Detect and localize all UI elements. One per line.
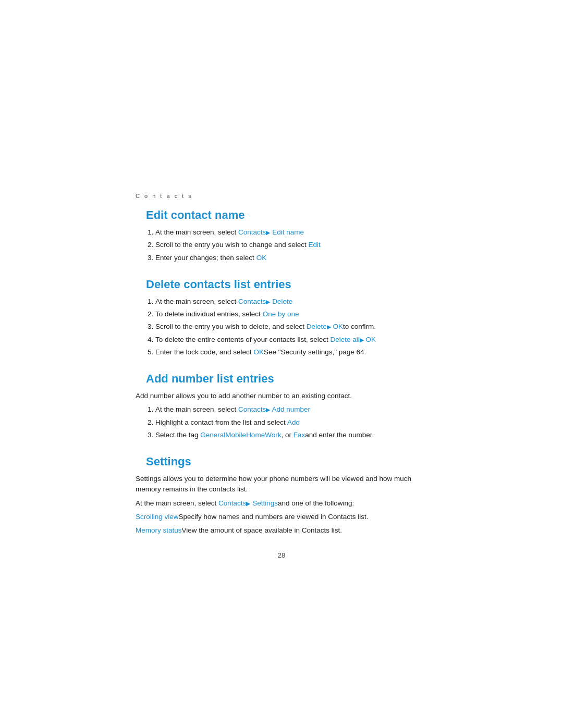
arrow-icon: ▶ (360, 337, 364, 343)
link-edit-name[interactable]: Edit name (272, 228, 304, 236)
arrow-icon: ▶ (327, 324, 331, 330)
section-label: C o n t a c t s (136, 193, 427, 199)
text-static: Enter your changes; then select (155, 254, 256, 262)
section-edit-contact-name: Edit contact name At the main screen, se… (136, 208, 427, 263)
link-settings[interactable]: Settings (252, 499, 278, 507)
section-delete-contacts: Delete contacts list entries At the main… (136, 278, 427, 357)
text-static: to confirm. (343, 323, 376, 330)
text-static: and enter the number. (305, 431, 374, 439)
title-delete-contacts: Delete contacts list entries (146, 278, 427, 291)
text-static: Scroll to the entry you wish to delete, … (155, 323, 307, 330)
content-area: C o n t a c t s Edit contact name At the… (136, 193, 427, 559)
add-number-intro: Add number allows you to add another num… (136, 391, 427, 401)
link-work[interactable]: Work (265, 431, 281, 439)
text-static: and one of the following: (278, 499, 354, 507)
page-number: 28 (136, 551, 427, 559)
list-add-number: At the main screen, select Contacts▶ Add… (155, 404, 427, 440)
memory-status-line: Memory statusView the amount of space av… (136, 525, 427, 536)
text-static: Highlight a contact from the list and se… (155, 418, 287, 426)
link-add[interactable]: Add (287, 418, 300, 426)
text-static: At the main screen, select (155, 298, 238, 305)
text-static: View the amount of space available in Co… (182, 526, 342, 534)
link-general[interactable]: General (200, 431, 225, 439)
list-item: To delete the entire contents of your co… (155, 335, 427, 345)
link-one-by-one[interactable]: One by one (263, 310, 299, 318)
list-item: At the main screen, select Contacts▶ Edi… (155, 227, 427, 238)
arrow-icon: ▶ (266, 299, 270, 305)
list-item: At the main screen, select Contacts▶ Del… (155, 297, 427, 307)
link-memory-status[interactable]: Memory status (136, 526, 182, 534)
scrolling-view-line: Scrolling viewSpecify how names and numb… (136, 512, 427, 522)
link-contacts[interactable]: Contacts (238, 298, 266, 305)
text-static: Select the tag (155, 431, 200, 439)
section-settings: Settings Settings allows you to determin… (136, 455, 427, 536)
link-delete-all[interactable]: Delete all (330, 336, 359, 343)
list-item: Enter your changes; then select OK (155, 253, 427, 263)
link-delete[interactable]: Delete (272, 298, 292, 305)
link-home[interactable]: Home (246, 431, 265, 439)
list-item: To delete individual entries, select One… (155, 309, 427, 319)
section-add-number: Add number list entries Add number allow… (136, 372, 427, 440)
arrow-icon: ▶ (266, 406, 270, 413)
text-static: , or (281, 431, 293, 439)
text-static: At the main screen, select (136, 499, 218, 507)
link-mobile[interactable]: Mobile (225, 431, 246, 439)
link-add-number[interactable]: Add number (272, 405, 310, 413)
list-item: Scroll to the entry you wish to change a… (155, 240, 427, 250)
text-static: Specify how names and numbers are viewed… (179, 513, 369, 521)
list-item: Highlight a contact from the list and se… (155, 417, 427, 428)
link-fax[interactable]: Fax (293, 431, 305, 439)
link-ok[interactable]: OK (256, 254, 267, 262)
title-edit-contact-name: Edit contact name (146, 208, 427, 222)
text-static: See "Security settings," page 64. (264, 348, 366, 356)
link-contacts[interactable]: Contacts (238, 228, 266, 236)
list-item: Enter the lock code, and select OKSee "S… (155, 347, 427, 357)
list-delete-contacts: At the main screen, select Contacts▶ Del… (155, 297, 427, 357)
link-delete2[interactable]: Delete (307, 323, 327, 330)
link-contacts-settings[interactable]: Contacts (218, 499, 246, 507)
list-item: At the main screen, select Contacts▶ Add… (155, 404, 427, 415)
text-static: At the main screen, select (155, 405, 238, 413)
page-container: C o n t a c t s Edit contact name At the… (0, 0, 563, 728)
text-static: Enter the lock code, and select (155, 348, 253, 356)
arrow-icon: ▶ (266, 229, 270, 236)
list-item: Scroll to the entry you wish to delete, … (155, 322, 427, 332)
settings-intro2: At the main screen, select Contacts▶ Set… (136, 498, 427, 509)
title-add-number: Add number list entries (146, 372, 427, 386)
link-ok4[interactable]: OK (253, 348, 264, 356)
text-static: Scroll to the entry you wish to change a… (155, 241, 308, 249)
text-static: At the main screen, select (155, 228, 238, 236)
title-settings: Settings (146, 455, 427, 468)
settings-intro1: Settings allows you to determine how you… (136, 474, 427, 495)
text-static: To delete the entire contents of your co… (155, 336, 330, 343)
list-item: Select the tag GeneralMobileHomeWork, or… (155, 430, 427, 440)
link-scrolling-view[interactable]: Scrolling view (136, 513, 179, 521)
link-ok3[interactable]: OK (365, 336, 376, 343)
link-edit[interactable]: Edit (308, 241, 320, 249)
text-static: To delete individual entries, select (155, 310, 263, 318)
arrow-icon: ▶ (246, 500, 250, 507)
link-contacts[interactable]: Contacts (238, 405, 266, 413)
list-edit-contact-name: At the main screen, select Contacts▶ Edi… (155, 227, 427, 263)
link-ok2[interactable]: OK (333, 323, 343, 330)
